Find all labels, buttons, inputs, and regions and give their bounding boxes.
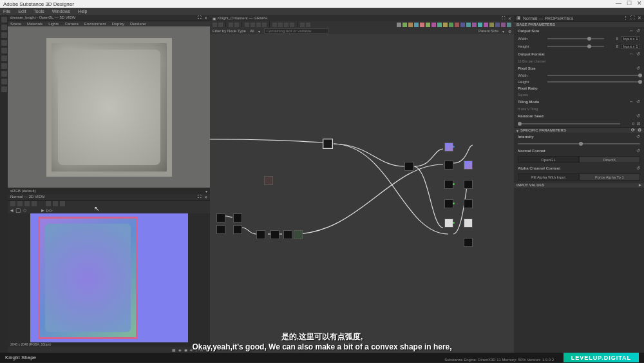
menu-tools[interactable]: Tools — [33, 9, 44, 14]
graph-node-normal-output[interactable] — [444, 142, 453, 152]
alpha-fill-input[interactable]: Fill Alpha With Input — [518, 173, 579, 181]
tool-icon[interactable] — [218, 23, 223, 27]
color-swatch[interactable] — [501, 23, 506, 27]
expand-icon[interactable]: ▸ — [639, 182, 641, 188]
submenu-renderer[interactable]: Renderer — [130, 22, 146, 26]
undo-icon[interactable] — [229, 23, 233, 27]
graph-node[interactable] — [464, 180, 473, 189]
color-swatch[interactable] — [478, 23, 482, 27]
settings-icon[interactable]: ⚙ — [508, 29, 511, 34]
color-swatch[interactable] — [489, 23, 494, 27]
tool-icon[interactable] — [284, 23, 289, 27]
tool-icon[interactable] — [306, 23, 310, 27]
tool-icon[interactable] — [1, 48, 7, 54]
color-swatch[interactable] — [420, 23, 424, 27]
color-swatch[interactable] — [397, 23, 401, 27]
menu-help[interactable]: Help — [78, 9, 87, 14]
tool-icon[interactable] — [1, 79, 7, 84]
fullscreen-icon[interactable]: ⛶ — [198, 195, 202, 199]
grid-icon[interactable]: ▦ — [172, 348, 176, 352]
color-swatch[interactable] — [443, 23, 448, 27]
tool-icon[interactable] — [1, 71, 7, 77]
graph-node[interactable] — [233, 213, 242, 222]
tool-icon[interactable] — [1, 17, 7, 23]
minimize-icon[interactable]: — — [616, 0, 621, 6]
color-swatch[interactable] — [466, 23, 471, 27]
tool-icon[interactable] — [245, 23, 249, 27]
graph-node[interactable] — [464, 238, 473, 247]
link-icon[interactable]: ↔ — [629, 28, 634, 34]
redo-icon[interactable] — [234, 23, 239, 27]
tool-icon[interactable] — [1, 40, 7, 46]
reset-icon[interactable]: ↺ — [636, 52, 640, 57]
graph-node[interactable] — [444, 199, 453, 208]
reset-icon[interactable]: ↺ — [636, 148, 640, 153]
tool-icon[interactable] — [300, 23, 305, 27]
tool-icon[interactable] — [262, 23, 267, 27]
width-slider[interactable] — [547, 38, 604, 39]
link-icon[interactable]: ↔ — [629, 99, 634, 104]
graph-node[interactable] — [464, 199, 473, 208]
colorspace-dropdown[interactable]: sRGB (default) — [10, 189, 36, 193]
reset-icon[interactable]: ↺ — [636, 166, 640, 171]
play-icon[interactable]: ○ — [23, 207, 26, 213]
search-input[interactable] — [264, 28, 328, 34]
graph-node[interactable] — [270, 230, 279, 239]
maximize-icon[interactable]: ☐ — [627, 0, 632, 6]
tool-icon[interactable] — [1, 63, 7, 69]
color-swatch[interactable] — [460, 23, 465, 27]
tool-icon[interactable] — [290, 23, 294, 27]
view-icon[interactable]: ◈ — [178, 348, 182, 352]
tool-icon[interactable] — [32, 201, 37, 206]
section-input-values[interactable]: INPUT VALUES ▸ — [514, 182, 644, 188]
reset-icon[interactable]: ↺ — [636, 134, 640, 139]
fullscreen-icon[interactable]: ⛶ — [630, 15, 635, 21]
graph-node[interactable] — [233, 225, 242, 234]
color-swatch[interactable] — [455, 23, 459, 27]
pixel-height-slider[interactable] — [547, 81, 640, 83]
color-swatch[interactable] — [431, 23, 436, 27]
color-swatch[interactable] — [484, 23, 488, 27]
view-icon[interactable]: ◉ — [184, 348, 187, 352]
graph-node[interactable] — [404, 162, 413, 171]
dropdown-icon[interactable]: ▾ — [258, 29, 260, 34]
normal-format-directx[interactable]: DirectX — [579, 156, 640, 163]
color-swatch[interactable] — [495, 23, 500, 27]
graph-node[interactable] — [444, 161, 453, 170]
random-seed-slider[interactable] — [518, 123, 620, 124]
close-icon[interactable]: ✕ — [508, 16, 511, 21]
graph-node[interactable] — [444, 219, 453, 228]
height-slider[interactable] — [547, 46, 604, 47]
graph-node[interactable] — [256, 230, 265, 239]
shuffle-icon[interactable]: ⚂ — [637, 121, 640, 126]
color-swatch[interactable] — [408, 23, 413, 27]
tool-icon[interactable] — [53, 201, 58, 206]
tool-icon[interactable] — [256, 23, 261, 27]
dropdown-icon[interactable]: ▾ — [205, 348, 207, 352]
fullscreen-icon[interactable]: ⛶ — [502, 16, 506, 21]
graph-node[interactable] — [216, 213, 225, 222]
skip-icon[interactable]: ▹▹ — [46, 207, 53, 213]
submenu-materials[interactable]: Materials — [27, 22, 43, 26]
normal-format-opengl[interactable]: OpenGL — [518, 156, 579, 163]
tool-icon[interactable] — [272, 23, 277, 27]
alpha-force-one[interactable]: Force Alpha To 1 — [579, 173, 640, 181]
graph-canvas[interactable] — [210, 34, 514, 353]
graph-node[interactable] — [464, 219, 473, 228]
tool-icon[interactable] — [17, 201, 23, 206]
close-icon[interactable]: ✕ — [638, 15, 641, 21]
reset-icon[interactable]: ↺ — [636, 66, 640, 71]
color-swatch[interactable] — [472, 23, 477, 27]
tool-icon[interactable] — [278, 23, 283, 27]
menu-edit[interactable]: Edit — [18, 9, 26, 14]
tool-icon[interactable] — [1, 25, 7, 30]
tool-icon[interactable] — [10, 201, 15, 206]
graph-node[interactable] — [323, 139, 332, 148]
filter-dropdown[interactable]: All — [250, 29, 254, 33]
play-icon[interactable]: ▸ — [41, 207, 44, 213]
viewport-3d[interactable] — [8, 26, 210, 188]
tool-icon[interactable] — [46, 201, 51, 206]
close-icon[interactable]: ✕ — [637, 0, 642, 6]
tool-icon[interactable] — [251, 23, 255, 27]
color-swatch[interactable] — [426, 23, 430, 27]
